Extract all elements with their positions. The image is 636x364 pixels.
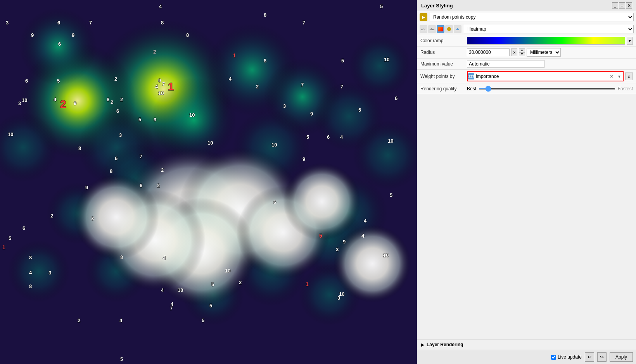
color-ramp-bar[interactable] — [467, 37, 625, 45]
renderer-icon-abc[interactable]: abc — [420, 25, 427, 33]
map-area — [0, 0, 417, 364]
rendering-quality-fastest: Fastest — [618, 86, 633, 91]
redo-button[interactable]: ↪ — [597, 352, 607, 362]
radius-label: Radius — [420, 50, 467, 55]
svg-point-1 — [447, 27, 451, 31]
radius-unit-dropdown[interactable]: Millimeters — [527, 48, 561, 57]
renderer-icon-4[interactable] — [445, 25, 453, 33]
weight-points-label: Weight points by — [420, 74, 467, 79]
live-update-checkbox[interactable] — [551, 355, 556, 360]
layer-rendering-header[interactable]: ▶ Layer Rendering — [421, 342, 632, 347]
restore-button[interactable]: □ — [619, 2, 625, 9]
live-update-container: Live update — [551, 354, 582, 360]
max-value-row: Maximum value — [417, 59, 636, 70]
live-update-label: Live update — [558, 354, 582, 360]
renderer-icon-heatmap[interactable] — [437, 25, 444, 33]
layer-styling-panel: Layer Styling _ □ ✕ ▶ Random points copy… — [417, 0, 636, 364]
window-controls: _ □ ✕ — [612, 2, 632, 9]
weight-input[interactable] — [476, 74, 607, 79]
max-value-container — [467, 60, 633, 68]
weight-points-row: Weight points by 123 ✕ ▼ ε — [417, 70, 636, 83]
max-value-label: Maximum value — [420, 61, 467, 67]
renderer-dropdown[interactable]: Heatmap — [464, 25, 634, 33]
radius-increment-button[interactable]: ▲ — [519, 48, 525, 52]
layer-dropdown[interactable]: Random points copy — [430, 13, 634, 21]
apply-button[interactable]: Apply — [610, 352, 633, 362]
renderer-icon-5[interactable] — [454, 25, 461, 33]
layer-rendering-label: Layer Rendering — [427, 342, 463, 347]
color-ramp-value: ▼ — [467, 37, 633, 45]
layer-rendering-arrow: ▶ — [421, 343, 424, 347]
bottom-bar: Live update ↩ ↪ Apply — [417, 350, 636, 364]
close-button[interactable]: ✕ — [626, 2, 632, 9]
weight-input-container: 123 ✕ ▼ — [467, 71, 624, 81]
color-ramp-label: Color ramp — [420, 38, 467, 43]
renderer-icons: abc abc — [420, 25, 461, 33]
radius-decrement-button[interactable]: ▼ — [519, 52, 525, 56]
renderer-row: abc abc Heatmap — [417, 23, 636, 35]
weight-expression-button[interactable]: ε — [625, 72, 633, 80]
rendering-quality-slider[interactable] — [479, 88, 615, 90]
rendering-quality-value: Best — [467, 86, 476, 91]
rendering-quality-label: Rendering quality — [420, 86, 467, 91]
undo-button[interactable]: ↩ — [585, 352, 594, 362]
color-ramp-arrow[interactable]: ▼ — [627, 37, 633, 45]
radius-spin: ▲ ▼ — [519, 48, 525, 56]
radius-clear-button[interactable]: ✕ — [511, 48, 517, 56]
weight-clear-button[interactable]: ✕ — [608, 72, 615, 80]
radius-value-container: ✕ ▲ ▼ Millimeters — [467, 48, 633, 57]
weight-dropdown-button[interactable]: ▼ — [616, 72, 622, 80]
svg-rect-0 — [438, 27, 443, 31]
color-ramp-row: Color ramp ▼ — [417, 35, 636, 47]
panel-title: Layer Styling — [421, 3, 453, 9]
minimize-button[interactable]: _ — [612, 2, 618, 9]
radius-input[interactable] — [467, 48, 510, 56]
layer-rendering-section: ▶ Layer Rendering — [417, 339, 636, 350]
renderer-icon-abc2[interactable]: abc — [428, 25, 436, 33]
radius-row: Radius ✕ ▲ ▼ Millimeters — [417, 47, 636, 59]
rendering-quality-row: Rendering quality Best Fastest — [417, 83, 636, 94]
weight-field-icon: 123 — [468, 73, 474, 79]
layer-icon: ▶ — [420, 13, 427, 21]
max-value-input[interactable] — [467, 60, 544, 68]
panel-title-bar: Layer Styling _ □ ✕ — [417, 0, 636, 11]
heatmap-canvas — [0, 0, 417, 364]
panel-spacer — [417, 94, 636, 339]
layer-selector-row: ▶ Random points copy — [417, 11, 636, 23]
